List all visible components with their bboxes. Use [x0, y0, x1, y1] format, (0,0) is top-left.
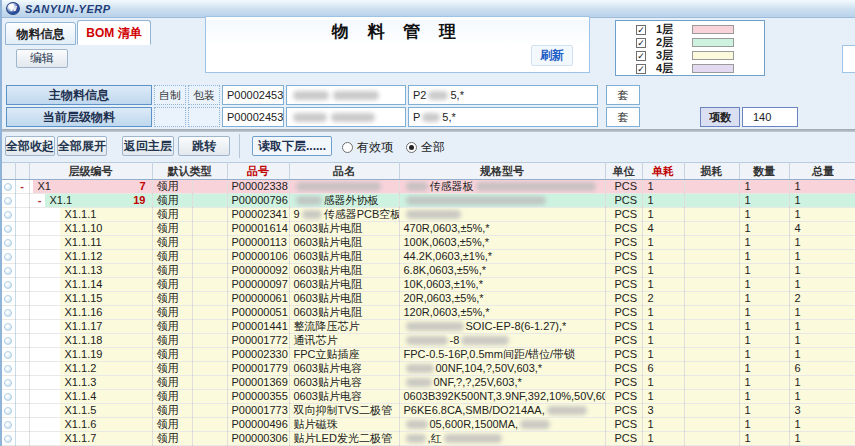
- row-selector-icon[interactable]: [4, 435, 12, 443]
- row-selector-cell[interactable]: [2, 194, 15, 208]
- row-selector-cell[interactable]: [2, 278, 15, 292]
- expand-cell[interactable]: [15, 432, 29, 446]
- row-selector-icon[interactable]: [4, 225, 12, 233]
- row-selector-icon[interactable]: [4, 197, 12, 205]
- expand-all-button[interactable]: 全部展开: [57, 136, 107, 156]
- main-part-no-field[interactable]: P00002453: [222, 85, 284, 105]
- row-selector-icon[interactable]: [4, 337, 12, 345]
- row-selector-cell[interactable]: [2, 404, 15, 418]
- expand-cell[interactable]: [15, 348, 29, 362]
- table-row[interactable]: X1.1.2领用P000017790603贴片电容00NF,104,?,50V,…: [2, 362, 855, 376]
- table-row[interactable]: X1.1.13领用P000000920603贴片电阻6.8K,0603,±5%,…: [2, 264, 855, 278]
- row-selector-icon[interactable]: [4, 295, 12, 303]
- main-part-name-field[interactable]: [286, 85, 406, 105]
- row-selector-icon[interactable]: [4, 239, 12, 247]
- layer3-checkbox[interactable]: ✓: [636, 51, 646, 61]
- expand-cell[interactable]: [15, 292, 29, 306]
- expand-cell[interactable]: [15, 376, 29, 390]
- table-row[interactable]: X1.1.5领用P00001773双向抑制TVS二极管P6KE6.8CA,SMB…: [2, 404, 855, 418]
- expand-cell[interactable]: [15, 334, 29, 348]
- table-row[interactable]: X1.1.6领用P00000496贴片磁珠05,600R,1500MA,PCS1…: [2, 418, 855, 432]
- current-part-no-field[interactable]: P00002453: [222, 107, 284, 127]
- row-selector-icon[interactable]: [4, 421, 12, 429]
- table-row[interactable]: X1.1.15领用P000000610603贴片电阻20R,0603,±5%,*…: [2, 292, 855, 306]
- edit-button[interactable]: 编辑: [16, 49, 68, 68]
- table-row[interactable]: X1.1.7领用P00000306贴片LED发光二极管,红PCS111: [2, 432, 855, 446]
- row-selector-icon[interactable]: [4, 211, 12, 219]
- main-spec-field[interactable]: P25,*: [408, 85, 598, 105]
- row-selector-icon[interactable]: [4, 183, 12, 191]
- table-row[interactable]: -X17领用P00002338传感器板PCS111: [2, 180, 855, 194]
- table-row[interactable]: X1.1.4领用P000003550603贴片电容0603B392K500NT,…: [2, 390, 855, 404]
- read-lower-button[interactable]: 读取下层......: [252, 136, 332, 156]
- table-row[interactable]: X1.1.11领用P000001130603贴片电阻100K,0603,±5%,…: [2, 236, 855, 250]
- row-selector-cell[interactable]: [2, 376, 15, 390]
- tab-bom-list[interactable]: BOM 清单: [77, 20, 151, 45]
- row-selector-icon[interactable]: [4, 323, 12, 331]
- radio-valid-icon[interactable]: [342, 142, 353, 153]
- table-row[interactable]: -X1.119领用P00000796感器外协板PCS111: [2, 194, 855, 208]
- expand-cell[interactable]: [15, 222, 29, 236]
- jump-button[interactable]: 跳转: [178, 136, 230, 156]
- row-selector-icon[interactable]: [4, 309, 12, 317]
- current-spec-field[interactable]: P5,*: [408, 107, 598, 127]
- row-selector-icon[interactable]: [4, 267, 12, 275]
- expand-cell[interactable]: [15, 208, 29, 222]
- row-selector-cell[interactable]: [2, 348, 15, 362]
- row-selector-cell[interactable]: [2, 222, 15, 236]
- expand-cell[interactable]: [15, 194, 29, 208]
- expand-cell[interactable]: [15, 264, 29, 278]
- collapse-minus-icon[interactable]: -: [38, 194, 42, 206]
- radio-all-icon[interactable]: [406, 142, 417, 153]
- collapse-all-button[interactable]: 全部收起: [5, 136, 55, 156]
- item-count-value[interactable]: 140: [742, 107, 798, 127]
- refresh-button[interactable]: 刷新: [531, 45, 573, 66]
- radio-valid-items[interactable]: 有效项: [342, 139, 393, 156]
- row-selector-cell[interactable]: [2, 362, 15, 376]
- table-row[interactable]: X1.1.19领用P00002330FPC立贴插座FPC-0.5-16P,0.5…: [2, 348, 855, 362]
- table-row[interactable]: X1.1.10领用P000016140603贴片电阻470R,0603,±5%,…: [2, 222, 855, 236]
- row-selector-cell[interactable]: [2, 208, 15, 222]
- row-selector-cell[interactable]: [2, 292, 15, 306]
- row-selector-cell[interactable]: [2, 264, 15, 278]
- row-selector-cell[interactable]: [2, 236, 15, 250]
- table-row[interactable]: X1.1.1领用P000023419传感器PCB空板PCS111: [2, 208, 855, 222]
- row-selector-cell[interactable]: [2, 320, 15, 334]
- table-row[interactable]: X1.1.3领用P000013690603贴片电容0NF,?,?,25V,603…: [2, 376, 855, 390]
- row-selector-icon[interactable]: [4, 365, 12, 373]
- table-row[interactable]: X1.1.17领用P00001441整流降压芯片SOIC-EP-8(6-1.27…: [2, 320, 855, 334]
- collapse-minus-icon[interactable]: -: [20, 180, 24, 192]
- row-selector-icon[interactable]: [4, 253, 12, 261]
- radio-all-items[interactable]: 全部: [406, 139, 445, 156]
- row-selector-icon[interactable]: [4, 393, 12, 401]
- row-selector-icon[interactable]: [4, 351, 12, 359]
- expand-cell[interactable]: [15, 250, 29, 264]
- table-row[interactable]: X1.1.12领用P000001060603贴片电阻44.2K,0603,±1%…: [2, 250, 855, 264]
- expand-cell[interactable]: -: [15, 180, 29, 194]
- row-selector-cell[interactable]: [2, 334, 15, 348]
- expand-cell[interactable]: [15, 306, 29, 320]
- row-selector-cell[interactable]: [2, 418, 15, 432]
- expand-cell[interactable]: [15, 418, 29, 432]
- current-part-name-field[interactable]: [286, 107, 406, 127]
- row-selector-cell[interactable]: [2, 250, 15, 264]
- expand-cell[interactable]: [15, 404, 29, 418]
- layer1-checkbox[interactable]: ✓: [636, 25, 646, 35]
- row-selector-cell[interactable]: [2, 180, 15, 194]
- back-to-main-button[interactable]: 返回主层: [122, 136, 174, 156]
- table-row[interactable]: X1.1.18领用P00001772通讯芯片-8PCS111: [2, 334, 855, 348]
- expand-cell[interactable]: [15, 236, 29, 250]
- row-selector-icon[interactable]: [4, 281, 12, 289]
- table-row[interactable]: X1.1.16领用P000000510603贴片电阻120R,0603,±5%,…: [2, 306, 855, 320]
- row-selector-cell[interactable]: [2, 306, 15, 320]
- table-row[interactable]: X1.1.14领用P000000970603贴片电阻10K,0603,±1%,*…: [2, 278, 855, 292]
- tab-material-info[interactable]: 物料信息: [5, 22, 76, 45]
- row-selector-cell[interactable]: [2, 390, 15, 404]
- expand-cell[interactable]: [15, 278, 29, 292]
- layer2-checkbox[interactable]: ✓: [636, 38, 646, 48]
- expand-cell[interactable]: [15, 320, 29, 334]
- expand-cell[interactable]: [15, 390, 29, 404]
- row-selector-icon[interactable]: [4, 379, 12, 387]
- row-selector-icon[interactable]: [4, 407, 12, 415]
- row-selector-cell[interactable]: [2, 432, 15, 446]
